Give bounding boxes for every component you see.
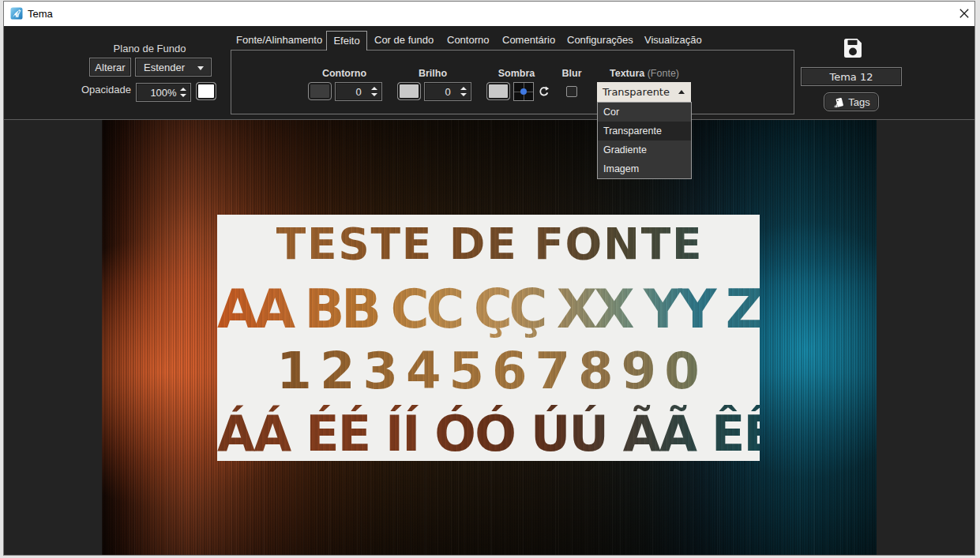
texture-label-sub: (Fonte) <box>648 68 679 79</box>
tags-label: Tags <box>848 96 869 108</box>
tab[interactable]: Configurações <box>567 31 633 50</box>
texture-label: Textura (Fonte) <box>597 68 692 79</box>
outline-spinner[interactable]: 0 <box>335 82 382 101</box>
tab[interactable]: Contorno <box>447 31 489 50</box>
tab[interactable]: Comentário <box>502 31 555 50</box>
shadow-color-swatch[interactable] <box>486 82 510 100</box>
texture-combobox[interactable]: Transparente <box>597 82 691 102</box>
chevron-up-icon <box>678 90 685 94</box>
preview-area: TESTE DE FONTE AA BB CC ÇÇ XX YY ZZ 1234… <box>4 120 974 555</box>
app-logo-icon <box>10 7 23 20</box>
toolbar: Plano de Fundo Alterar Estender Opacidad… <box>4 26 974 120</box>
tab[interactable]: Visualização <box>644 31 702 50</box>
outline-label: Contorno <box>309 68 380 79</box>
spin-down-icon[interactable] <box>460 93 467 96</box>
tab[interactable]: Efeito <box>326 31 367 51</box>
tags-button[interactable]: Tags <box>824 92 879 111</box>
shadow-label: Sombra <box>481 68 552 79</box>
blur-checkbox[interactable] <box>566 86 577 97</box>
font-test-card: TESTE DE FONTE AA BB CC ÇÇ XX YY ZZ 1234… <box>217 215 760 461</box>
titlebar: Tema <box>4 2 974 26</box>
spinner-arrows[interactable] <box>371 83 377 100</box>
outline-color-swatch[interactable] <box>308 82 332 100</box>
dropdown-option[interactable]: Transparente <box>598 122 691 140</box>
spinner-arrows[interactable] <box>460 83 467 100</box>
shadow-position-dot[interactable] <box>520 88 527 95</box>
glow-color-swatch[interactable] <box>397 82 421 100</box>
tab[interactable]: Fonte/Alinhamento <box>236 31 322 50</box>
window-title: Tema <box>28 2 53 26</box>
reset-shadow-icon[interactable] <box>538 85 550 98</box>
dropdown-option[interactable]: Imagem <box>598 159 691 178</box>
dropdown-option[interactable]: Gradiente <box>598 140 691 159</box>
texture-label-main: Textura <box>610 68 644 79</box>
texture-value: Transparente <box>603 82 670 102</box>
spin-up-icon[interactable] <box>371 87 377 90</box>
close-button[interactable] <box>956 5 973 22</box>
shadow-position-widget[interactable] <box>513 82 534 101</box>
spin-down-icon[interactable] <box>371 93 377 96</box>
font-test-line-4: ÁÁ ÉÉ ÍÍ ÓÓ ÚÚ ÃÃ ÊÊ <box>217 397 760 471</box>
spinner-arrows[interactable] <box>180 84 186 101</box>
spin-up-icon[interactable] <box>180 88 186 91</box>
texture-dropdown-list: CorTransparenteGradienteImagem <box>597 102 692 179</box>
blur-label: Blur <box>552 68 591 79</box>
glow-spinner[interactable]: 0 <box>424 82 471 101</box>
opacity-spinner[interactable]: 100% <box>136 83 191 102</box>
theme-name-field[interactable]: Tema 12 <box>801 67 902 86</box>
opacity-label: Opacidade <box>81 84 132 95</box>
tab[interactable]: Cor de fundo <box>374 31 434 50</box>
spin-down-icon[interactable] <box>180 94 186 97</box>
tags-icon <box>832 97 844 107</box>
background-color-swatch[interactable] <box>196 82 216 100</box>
theme-window: Tema Plano de Fundo Alterar Estender Opa… <box>3 1 975 556</box>
spin-up-icon[interactable] <box>460 87 467 90</box>
dropdown-option[interactable]: Cor <box>598 103 691 122</box>
glow-label: Brilho <box>397 68 468 79</box>
save-icon[interactable] <box>844 39 862 58</box>
font-test-line-1: TESTE DE FONTE <box>217 210 760 279</box>
